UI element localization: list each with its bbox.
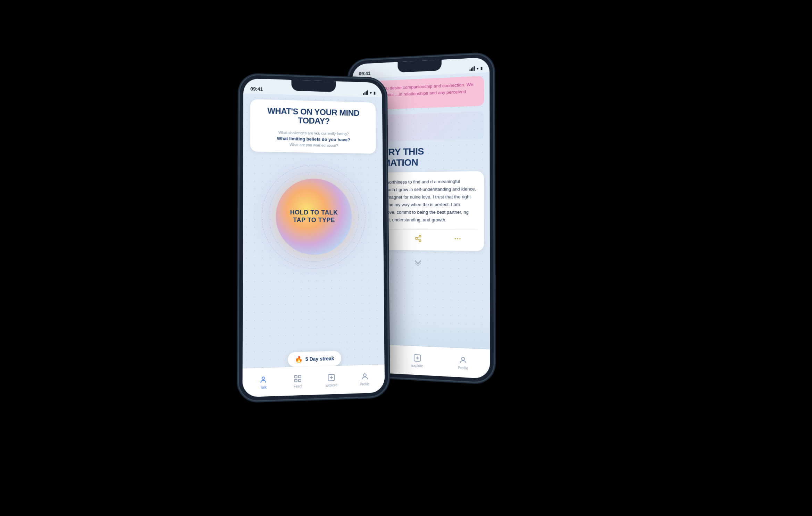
status-time-back: 09:41 xyxy=(359,70,370,76)
front-bottom-nav: Talk Feed Explore xyxy=(242,364,385,397)
orb-label: HOLD TO TALK TAP TO TYPE xyxy=(290,209,338,224)
talk-icon xyxy=(259,375,268,384)
nav-item-feed[interactable]: Feed xyxy=(281,373,315,388)
mind-card: WHAT'S ON YOUR MIND TODAY? What challeng… xyxy=(250,99,376,153)
mind-questions: What challenges are you currently facing… xyxy=(256,129,370,148)
signal-icon-front xyxy=(363,90,368,95)
signal-icon-back xyxy=(469,66,475,71)
svg-rect-17 xyxy=(294,379,297,381)
svg-point-6 xyxy=(459,238,460,239)
phone-front-screen: 09:41 ▾ ▮ WHAT'S ON YO xyxy=(242,78,385,397)
nav-item-explore[interactable]: Explore xyxy=(315,372,348,387)
more-button[interactable] xyxy=(453,235,461,245)
front-content: WHAT'S ON YOUR MIND TODAY? What challeng… xyxy=(242,93,385,397)
svg-point-1 xyxy=(415,237,417,239)
status-time-front: 09:41 xyxy=(250,86,263,92)
svg-point-5 xyxy=(457,238,458,239)
mind-question-2[interactable]: What limiting beliefs do you have? xyxy=(256,135,370,142)
notch-front xyxy=(291,80,336,92)
svg-rect-15 xyxy=(294,375,297,378)
mind-question-3: What are you worried about? xyxy=(256,142,370,148)
profile-icon-front xyxy=(360,372,369,381)
svg-rect-18 xyxy=(298,379,301,381)
streak-pill[interactable]: 🔥 5 Day streak xyxy=(287,351,341,367)
orb-container[interactable]: HOLD TO TALK TAP TO TYPE xyxy=(243,157,384,276)
scene: 09:41 ▾ ▮ ... xyxy=(198,33,614,484)
status-icons-back: ▾ ▮ xyxy=(469,66,482,71)
battery-icon-front: ▮ xyxy=(373,91,375,95)
mind-question-1: What challenges are you currently facing… xyxy=(256,129,370,136)
svg-line-3 xyxy=(417,239,419,240)
feed-icon-front xyxy=(293,374,302,382)
nav-item-talk[interactable]: Talk xyxy=(246,374,280,389)
explore-icon-front xyxy=(327,373,335,382)
nav-label-feed: Feed xyxy=(293,384,301,388)
streak-text: 5 Day streak xyxy=(305,355,334,362)
phone-front: 09:41 ▾ ▮ WHAT'S ON YO xyxy=(238,74,388,401)
mind-card-title: WHAT'S ON YOUR MIND TODAY? xyxy=(256,106,370,127)
share-button[interactable] xyxy=(414,235,422,244)
nav-label-explore: Explore xyxy=(325,383,337,387)
front-inner: WHAT'S ON YOUR MIND TODAY? What challeng… xyxy=(243,93,383,154)
svg-line-4 xyxy=(417,237,419,238)
notch-back xyxy=(397,59,442,72)
wifi-icon-back: ▾ xyxy=(476,66,478,70)
battery-icon-back: ▮ xyxy=(480,66,482,70)
svg-point-7 xyxy=(455,238,455,239)
svg-point-20 xyxy=(363,373,366,376)
wifi-icon-front: ▾ xyxy=(370,90,372,95)
nav-item-profile[interactable]: Profile xyxy=(348,372,381,386)
nav-label-talk: Talk xyxy=(260,385,266,389)
svg-rect-16 xyxy=(298,375,301,378)
status-icons-front: ▾ ▮ xyxy=(363,90,375,95)
streak-flame-icon: 🔥 xyxy=(295,355,302,363)
svg-point-14 xyxy=(262,377,265,379)
nav-label-profile: Profile xyxy=(360,382,369,386)
